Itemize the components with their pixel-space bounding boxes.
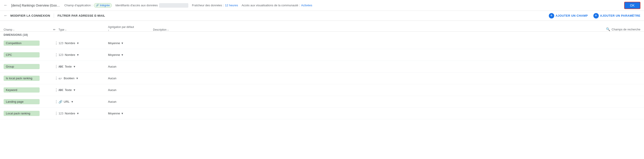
type-icon: ABC [58,88,64,92]
fraicheur-value[interactable]: 12 heures [225,4,238,7]
row-menu-icon[interactable]: ⋮ [54,41,58,45]
aggregation-cell: Aucun [108,77,153,80]
integrated-badge-text: Intégrée [100,4,110,7]
subbar-back-icon[interactable]: ← [4,13,8,18]
sub-bar-divider [54,14,54,18]
agg-label: Aucun [108,88,116,92]
row-menu-cell: ⋮ [53,88,58,92]
champ-application-section: Champ d'application : 🔗 Intégrée [64,3,112,8]
row-menu-icon[interactable]: ⋮ [54,65,58,68]
type-cell: ABC Texte ▼ [58,65,108,68]
ajouter-champ-label: AJOUTER UN CHAMP [556,14,588,17]
row-menu-icon[interactable]: ⋮ [54,53,58,57]
type-icon: 123 [58,41,64,45]
filtrer-email-label: FILTRER PAR ADRESSE E-MAIL [58,14,105,17]
type-label: Booléen [64,77,74,80]
row-menu-cell: ⋮ [53,53,58,57]
type-label: Nombre [65,112,75,115]
type-cell: 🔗 URL ▼ [58,100,108,104]
data-id-bar [159,3,188,8]
type-label: Texte [65,88,72,92]
champ-application-label: Champ d'application : [64,4,92,7]
field-chip[interactable]: CPC [4,52,40,57]
field-cell: Keyword [4,87,53,93]
table-row: Competition ⋮ 123 Nombre ▼ Moyenne ▼ [0,37,644,49]
ajouter-param-label: AJOUTER UN PARAMÈTRE [600,14,640,17]
field-chip[interactable]: Competition [4,41,40,46]
table-row: Is local pack ranking ⋮ x|✓ Booléen ▼ Au… [0,73,644,84]
agg-label: Aucun [108,100,116,103]
field-chip[interactable]: Group [4,64,40,69]
topbar-back-icon[interactable]: ← [4,3,8,8]
type-dropdown-arrow[interactable]: ▼ [76,42,79,45]
identifiants-label: Identifiants d'accès aux données [116,4,158,7]
rows-container: Competition ⋮ 123 Nombre ▼ Moyenne ▼ CPC… [0,37,644,119]
type-icon: 🔗 [58,100,62,104]
acces-value[interactable]: Activées [301,4,312,7]
row-menu-cell: ⋮ [53,100,58,104]
agg-dropdown-arrow[interactable]: ▼ [121,53,124,57]
type-dropdown-arrow[interactable]: ▼ [73,88,76,92]
aggregation-cell: Moyenne ▼ [108,112,153,115]
type-dropdown-arrow[interactable]: ▼ [76,53,79,57]
field-chip[interactable]: Is local pack ranking [4,76,40,81]
table-body: DIMENSIONS (18) Competition ⋮ 123 Nombre… [0,32,644,119]
ajouter-champ-button[interactable]: + AJOUTER UN CHAMP [549,13,588,19]
sub-bar: ← MODIFIER LA CONNEXION FILTRER PAR ADRE… [0,11,644,21]
agg-dropdown-arrow[interactable]: ▼ [121,42,124,45]
type-icon: ABC [58,65,64,68]
champ-header-label: Champ [4,28,12,31]
col-header-search: 🔍 Champs de recherche [606,27,640,31]
dimensions-section-header: DIMENSIONS (18) [0,32,644,37]
table-row: Landing page ⋮ 🔗 URL ▼ Aucun [0,96,644,108]
type-dropdown-arrow[interactable]: ▼ [73,65,76,68]
modifier-connexion-button[interactable]: MODIFIER LA CONNEXION [10,14,50,17]
field-cell: Landing page [4,99,53,104]
col-header-champ: Champ ↓ [4,28,53,31]
table-row: Local pack ranking ⋮ 123 Nombre ▼ Moyenn… [0,108,644,119]
field-chip[interactable]: Keyword [4,87,40,93]
field-cell: Is local pack ranking [4,76,53,81]
champ-sort-icon[interactable]: ↓ [13,28,15,31]
type-dropdown-arrow[interactable]: ▼ [71,100,74,103]
type-label: Texte [65,65,72,68]
field-chip[interactable]: Landing page [4,99,40,104]
agg-label: Aucun [108,77,116,80]
type-cell: 123 Nombre ▼ [58,53,108,57]
description-header-label: Description [153,28,166,31]
row-menu-icon[interactable]: ⋮ [54,76,58,80]
aggregation-header-label: Agrégation par défaut [108,26,134,29]
agg-dropdown-arrow[interactable]: ▼ [121,112,124,115]
type-cell: ABC Texte ▼ [58,88,108,92]
integrated-badge: 🔗 Intégrée [94,3,112,8]
aggregation-cell: Aucun [108,100,153,103]
type-dropdown-arrow[interactable]: ▼ [76,112,79,115]
integrated-badge-icon: 🔗 [96,4,99,7]
type-label: Nombre [65,53,75,57]
ajouter-param-button[interactable]: + AJOUTER UN PARAMÈTRE [593,13,640,19]
type-dropdown-arrow[interactable]: ▼ [76,77,78,80]
search-placeholder-label: Champs de recherche [612,28,640,31]
search-icon: 🔍 [606,27,610,31]
description-sort-icon[interactable]: ↓ [168,28,169,31]
edit-icon: ✏ [53,28,56,31]
aggregation-cell: Moyenne ▼ [108,41,153,45]
row-menu-icon[interactable]: ⋮ [54,88,58,92]
ok-button[interactable]: OK [624,2,640,9]
field-cell: CPC [4,52,53,57]
type-sort-icon[interactable]: ↓ [65,28,66,31]
aggregation-sort-icon[interactable]: ↓ [108,29,109,31]
row-menu-icon[interactable]: ⋮ [54,111,58,115]
ajouter-param-plus-icon: + [593,13,599,19]
field-cell: Local pack ranking [4,111,53,116]
row-menu-icon[interactable]: ⋮ [54,100,58,104]
table-row: Group ⋮ ABC Texte ▼ Aucun [0,61,644,73]
field-cell: Group [4,64,53,69]
fraicheur-label: Fraîcheur des données : [192,4,224,7]
acces-label: Accès aux visualisations de la communaut… [242,4,300,7]
field-chip[interactable]: Local pack ranking [4,111,40,116]
type-label: Nombre [65,41,75,45]
table-row: Keyword ⋮ ABC Texte ▼ Aucun [0,84,644,96]
table-row: CPC ⋮ 123 Nombre ▼ Moyenne ▼ [0,49,644,61]
type-icon: 123 [58,112,64,115]
